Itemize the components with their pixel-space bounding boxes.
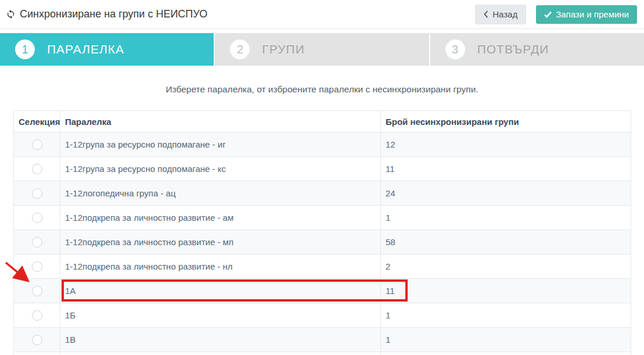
- step-3-label: ПОТВЪРДИ: [477, 42, 549, 56]
- selection-cell: [14, 206, 60, 230]
- table-row: 1-12подкрепа за личностно развитие - ам …: [14, 206, 631, 230]
- step-2-number: 2: [230, 40, 250, 59]
- selection-cell: [14, 279, 60, 303]
- save-button-label: Запази и премини: [556, 9, 629, 20]
- selection-cell: [14, 132, 60, 157]
- row-count: 24: [381, 181, 631, 206]
- instruction-text: Изберете паралелка, от изброените парале…: [0, 84, 644, 95]
- step-potvardi: 3 ПОТВЪРДИ: [430, 33, 644, 66]
- row-count: 1: [381, 328, 631, 352]
- row-radio-button[interactable]: [32, 213, 42, 223]
- paralelka-table: Селекция Паралелка Брой несинхронизирани…: [13, 110, 631, 355]
- chevron-left-icon: [484, 10, 488, 18]
- check-icon: [544, 11, 552, 18]
- selection-cell: [14, 254, 60, 279]
- selection-cell: [14, 230, 60, 254]
- row-paralelka: 1-12подкрепа за личностно развитие - мп: [60, 230, 381, 254]
- row-paralelka: 1Б: [60, 303, 381, 328]
- table-row: 1-12подкрепа за личностно развитие - нл …: [14, 254, 631, 279]
- table-row: 1-12група за ресурсно подпомагане - кс 1…: [14, 157, 631, 181]
- selection-cell: [14, 157, 60, 181]
- row-count: 2: [381, 254, 631, 279]
- step-paralelka: 1 ПАРАЛЕЛКА: [0, 33, 215, 66]
- row-paralelka: 1-12подкрепа за личностно развитие - нл: [60, 254, 381, 279]
- row-radio-button[interactable]: [32, 139, 42, 150]
- top-bar: Синхронизиране на групи с НЕИСПУО Назад …: [0, 0, 644, 29]
- row-radio-button[interactable]: [32, 286, 42, 296]
- table-header-row: Селекция Паралелка Брой несинхронизирани…: [14, 111, 631, 132]
- row-count: 58: [381, 230, 631, 254]
- step-grupi: 2 ГРУПИ: [215, 33, 430, 66]
- column-header-count: Брой несинхронизирани групи: [381, 111, 631, 132]
- row-count: 1: [381, 303, 631, 328]
- table-row: 1А 11: [14, 279, 631, 303]
- header-actions: Назад Запази и премини: [475, 5, 637, 24]
- row-radio-button[interactable]: [32, 164, 42, 174]
- paralelka-table-wrap: Селекция Паралелка Брой несинхронизирани…: [13, 110, 631, 355]
- column-header-selection: Селекция: [14, 111, 60, 132]
- table-body: 1-12група за ресурсно подпомагане - иг 1…: [14, 132, 631, 355]
- page-title: Синхронизиране на групи с НЕИСПУО: [20, 8, 207, 20]
- step-3-number: 3: [445, 40, 465, 59]
- table-row: 1-12подкрепа за личностно развитие - мп …: [14, 230, 631, 254]
- row-count: 11: [381, 279, 631, 303]
- table-row: 1-12логопедична група - ац 24: [14, 181, 631, 206]
- column-header-paralelka: Паралелка: [60, 111, 381, 132]
- row-paralelka: 1-12група за ресурсно подпомагане - кс: [60, 157, 381, 181]
- selection-cell: [14, 181, 60, 206]
- row-paralelka: 1В: [60, 328, 381, 352]
- selection-cell: [14, 303, 60, 328]
- back-button[interactable]: Назад: [475, 5, 526, 24]
- row-radio-button[interactable]: [32, 335, 42, 345]
- table-row: 1В 1: [14, 328, 631, 352]
- save-and-continue-button[interactable]: Запази и премини: [536, 5, 637, 24]
- row-count: 11: [381, 157, 631, 181]
- step-1-label: ПАРАЛЕЛКА: [47, 42, 124, 56]
- page-title-wrap: Синхронизиране на групи с НЕИСПУО: [6, 8, 207, 20]
- row-paralelka: 1А: [60, 279, 381, 303]
- row-radio-button[interactable]: [32, 237, 42, 248]
- row-paralelka: 1-12логопедична група - ац: [60, 181, 381, 206]
- row-paralelka: 1-12подкрепа за личностно развитие - ам: [60, 206, 381, 230]
- step-1-number: 1: [15, 40, 35, 59]
- table-row: 1Б 1: [14, 303, 631, 328]
- row-radio-button[interactable]: [32, 188, 42, 199]
- sync-icon: [6, 9, 16, 19]
- step-2-label: ГРУПИ: [262, 42, 304, 56]
- table-row: 1-12група за ресурсно подпомагане - иг 1…: [14, 132, 631, 157]
- row-radio-button[interactable]: [32, 310, 42, 321]
- wizard-steps: 1 ПАРАЛЕЛКА 2 ГРУПИ 3 ПОТВЪРДИ: [0, 33, 644, 66]
- selection-cell: [14, 328, 60, 352]
- back-button-label: Назад: [492, 9, 517, 20]
- row-radio-button[interactable]: [32, 261, 42, 272]
- row-count: 12: [381, 132, 631, 157]
- row-paralelka: 1-12група за ресурсно подпомагане - иг: [60, 132, 381, 157]
- table-row-partial: [14, 352, 631, 355]
- row-count: 1: [381, 206, 631, 230]
